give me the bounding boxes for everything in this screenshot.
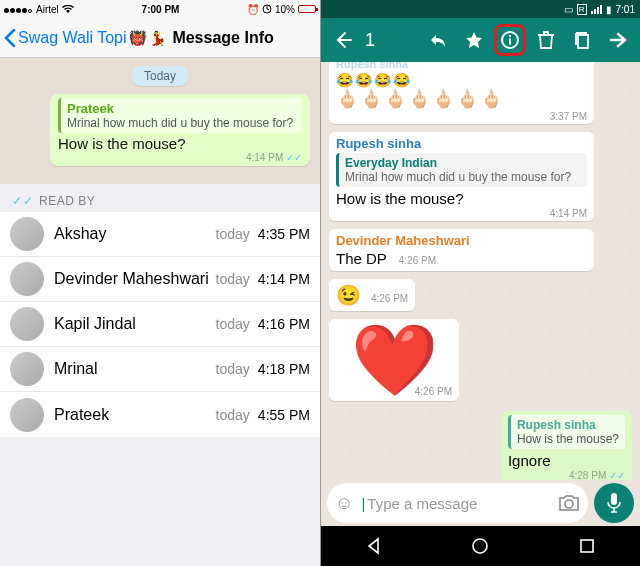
- message-input-bar: ☺ |Type a message: [321, 480, 640, 526]
- reader-name: Akshay: [54, 225, 216, 243]
- read-by-row[interactable]: Prateek today 4:55 PM: [0, 392, 320, 437]
- read-by-row[interactable]: Mrinal today 4:18 PM: [0, 347, 320, 392]
- reader-time: 4:18 PM: [258, 361, 310, 377]
- back-button[interactable]: [327, 24, 359, 56]
- status-time: 7:01: [616, 4, 635, 15]
- message-time: 3:37 PM: [550, 111, 587, 122]
- message-sender: Devinder Maheshwari: [336, 233, 587, 248]
- message-text: The DP: [336, 250, 387, 267]
- selected-message-bubble[interactable]: Prateek Mrinal how much did u buy the mo…: [50, 94, 310, 166]
- circle-home-icon: [470, 536, 490, 556]
- message-text: Ignore: [508, 452, 625, 469]
- avatar: [10, 398, 44, 432]
- status-time: 7:00 PM: [0, 4, 321, 15]
- message-time: 4:26 PM: [371, 293, 408, 304]
- reader-name: Prateek: [54, 406, 216, 424]
- reader-time: 4:16 PM: [258, 316, 310, 332]
- trash-icon: [537, 30, 555, 50]
- nav-recents-button[interactable]: [577, 536, 597, 556]
- emoji-picker-icon[interactable]: ☺: [335, 493, 353, 514]
- quoted-message: Everyday Indian Mrinal how much did u bu…: [336, 153, 587, 187]
- avatar: [10, 352, 44, 386]
- avatar: [10, 217, 44, 251]
- message-time: 4:26 PM: [415, 386, 452, 397]
- android-nav-bar: [321, 526, 640, 566]
- quoted-message: Prateek Mrinal how much did u buy the mo…: [58, 98, 302, 133]
- nav-home-button[interactable]: [470, 536, 490, 556]
- outgoing-message-selected[interactable]: Rupesh sinha How is the mouse? Ignore 4:…: [501, 411, 632, 480]
- quote-sender: Prateek: [67, 101, 296, 116]
- message-time: 4:26 PM: [399, 255, 436, 266]
- info-icon: [500, 30, 520, 50]
- group-emoji: 👹 💃: [129, 30, 167, 46]
- message-input[interactable]: ☺ |Type a message: [327, 483, 588, 523]
- read-by-header: ✓✓ READ BY: [0, 184, 320, 212]
- quote-sender: Everyday Indian: [345, 156, 581, 170]
- date-pill: Today: [132, 66, 188, 86]
- incoming-message[interactable]: Rupesh sinha 😂😂😂😂 🖕🏻🖕🏻🖕🏻🖕🏻🖕🏻🖕🏻🖕🏻 3:37 PM: [329, 62, 594, 124]
- ios-message-preview: Today Prateek Mrinal how much did u buy …: [0, 58, 320, 184]
- selection-count: 1: [365, 30, 375, 51]
- reader-date: today: [216, 361, 250, 377]
- incoming-message[interactable]: Rupesh sinha Everyday Indian Mrinal how …: [329, 132, 594, 221]
- reply-button[interactable]: [422, 24, 454, 56]
- reader-time: 4:55 PM: [258, 407, 310, 423]
- message-text: How is the mouse?: [336, 190, 587, 207]
- message-time: 4:14 PM: [246, 152, 283, 163]
- read-ticks-icon: ✓✓: [286, 152, 302, 163]
- selection-toolbar: 1: [321, 18, 640, 62]
- microphone-icon: [606, 492, 622, 514]
- android-chat-area[interactable]: Rupesh sinha 😂😂😂😂 🖕🏻🖕🏻🖕🏻🖕🏻🖕🏻🖕🏻🖕🏻 3:37 PM…: [321, 62, 640, 480]
- read-by-list: Akshay today 4:35 PM Devinder Maheshwari…: [0, 212, 320, 437]
- message-text: How is the mouse?: [58, 135, 302, 152]
- read-by-row[interactable]: Akshay today 4:35 PM: [0, 212, 320, 257]
- read-ticks-icon: ✓✓: [12, 194, 33, 208]
- incoming-message[interactable]: 😉 4:26 PM: [329, 279, 415, 311]
- roaming-icon: R: [577, 4, 587, 15]
- ios-screen: Airtel 7:00 PM ⏰ 10% Swag Wali Topi 👹 💃 …: [0, 0, 321, 566]
- battery-icon: [298, 5, 316, 13]
- copy-button[interactable]: [566, 24, 598, 56]
- reader-date: today: [216, 226, 250, 242]
- ios-status-bar: Airtel 7:00 PM ⏰ 10%: [0, 0, 320, 18]
- reader-date: today: [216, 271, 250, 287]
- arrow-left-icon: [333, 30, 353, 50]
- heart-sticker: ❤️: [335, 325, 453, 395]
- reply-icon: [428, 30, 448, 50]
- svg-rect-6: [611, 493, 617, 505]
- delete-button[interactable]: [530, 24, 562, 56]
- message-time: 4:28 PM: [569, 470, 606, 480]
- forward-button[interactable]: [602, 24, 634, 56]
- voice-record-button[interactable]: [594, 483, 634, 523]
- reader-name: Mrinal: [54, 360, 216, 378]
- star-button[interactable]: [458, 24, 490, 56]
- svg-point-2: [509, 35, 511, 37]
- incoming-message[interactable]: Devinder Maheshwari The DP 4:26 PM: [329, 229, 594, 271]
- reader-date: today: [216, 407, 250, 423]
- square-recents-icon: [577, 536, 597, 556]
- arrow-right-icon: [608, 30, 628, 50]
- camera-icon[interactable]: [558, 494, 580, 512]
- page-title: Message Info: [172, 29, 273, 47]
- input-placeholder: Type a message: [367, 495, 477, 512]
- incoming-message[interactable]: ❤️ 4:26 PM: [329, 319, 459, 401]
- avatar: [10, 307, 44, 341]
- quote-sender: Rupesh sinha: [517, 418, 619, 432]
- read-by-row[interactable]: Devinder Maheshwari today 4:14 PM: [0, 257, 320, 302]
- nav-back-button[interactable]: [364, 536, 384, 556]
- reader-name: Devinder Maheshwari: [54, 270, 216, 288]
- read-by-row[interactable]: Kapil Jindal today 4:16 PM: [0, 302, 320, 347]
- reader-time: 4:35 PM: [258, 226, 310, 242]
- quote-text: How is the mouse?: [517, 432, 619, 446]
- chevron-left-icon: [4, 29, 16, 47]
- message-sender: Rupesh sinha: [336, 136, 587, 151]
- info-button[interactable]: [494, 24, 526, 56]
- battery-icon: ▮: [606, 4, 612, 15]
- read-ticks-icon: ✓✓: [609, 470, 625, 480]
- read-by-label: READ BY: [39, 194, 95, 208]
- svg-rect-8: [581, 540, 593, 552]
- ios-nav-bar: Swag Wali Topi 👹 💃 Message Info: [0, 18, 320, 58]
- back-button[interactable]: Swag Wali Topi 👹 💃: [4, 29, 166, 47]
- svg-point-5: [565, 500, 573, 508]
- emoji-content: 🖕🏻🖕🏻🖕🏻🖕🏻🖕🏻🖕🏻🖕🏻: [336, 88, 587, 110]
